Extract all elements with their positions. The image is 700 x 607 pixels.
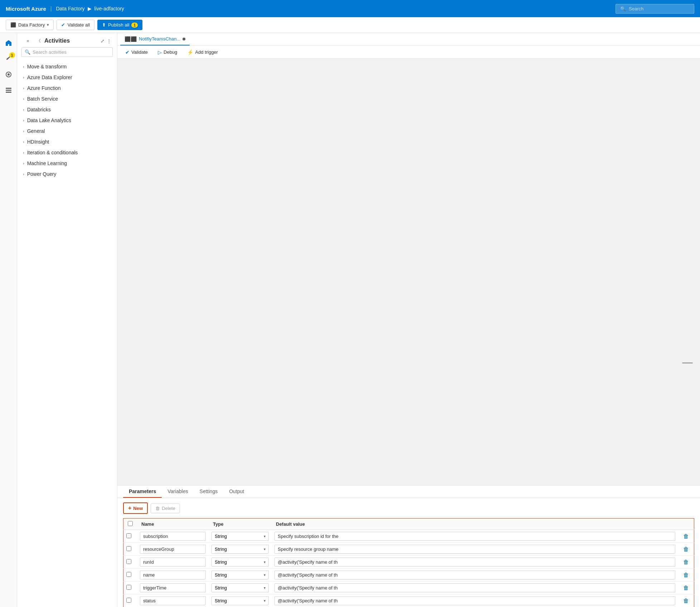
debug-button[interactable]: ▷ Debug — [156, 48, 179, 57]
param-name-input-2[interactable] — [140, 558, 206, 567]
activity-group-hdinsight[interactable]: › HDInsight — [17, 136, 117, 147]
row-default-cell — [272, 543, 678, 556]
publish-icon: ⬆ — [102, 22, 106, 28]
collapse-left-button[interactable]: « — [24, 37, 31, 44]
row-name-cell — [137, 594, 209, 607]
tab-output[interactable]: Output — [223, 486, 250, 498]
sidebar-item-home[interactable] — [1, 36, 16, 50]
delete-row-button-1[interactable]: 🗑 — [681, 545, 691, 553]
breadcrumb-data-factory[interactable]: Data Factory — [56, 6, 84, 11]
param-type-select-4[interactable]: String ▾ — [212, 583, 269, 592]
row-delete-cell: 🗑 — [678, 543, 694, 556]
activity-group-general[interactable]: › General — [17, 126, 117, 136]
validate-all-button[interactable]: ✔ Validate all — [57, 20, 94, 30]
param-type-select-2[interactable]: String ▾ — [212, 558, 269, 567]
search-box[interactable]: 🔍 — [616, 4, 694, 14]
data-factory-button[interactable]: ⬛ Data Factory ▾ — [6, 20, 54, 30]
delete-row-button-3[interactable]: 🗑 — [681, 571, 691, 579]
param-name-input-0[interactable] — [140, 532, 206, 541]
param-name-input-3[interactable] — [140, 570, 206, 579]
actions-row: + New 🗑 Delete — [123, 502, 694, 514]
param-type-select-0[interactable]: String ▾ — [212, 532, 269, 541]
delete-row-button-5[interactable]: 🗑 — [681, 597, 691, 605]
parameters-table: Name Type Default value String — [123, 518, 694, 607]
row-delete-cell: 🗑 — [678, 530, 694, 543]
param-name-input-4[interactable] — [140, 583, 206, 592]
activities-search-box[interactable]: 🔍 — [21, 47, 113, 57]
activity-group-azure-function[interactable]: › Azure Function — [17, 83, 117, 93]
activities-search-input[interactable] — [33, 49, 110, 55]
param-name-input-1[interactable] — [140, 545, 206, 554]
add-trigger-button[interactable]: ⚡ Add trigger — [185, 48, 220, 57]
table-row: String ▾ 🗑 — [123, 543, 694, 556]
pipeline-tab-notify[interactable]: ⬛⬛ NotifiyTeamsChan... — [120, 33, 190, 45]
main-layout: 1 « 《 Activities ⤢ ⋮ 🔍 › — [0, 33, 700, 607]
publish-all-button[interactable]: ⬆ Publish all 1 — [97, 20, 142, 30]
row-delete-cell: 🗑 — [678, 582, 694, 594]
row-checkbox-2[interactable] — [126, 559, 131, 564]
validate-button[interactable]: ✔ Validate — [123, 48, 150, 57]
param-type-select-1[interactable]: String ▾ — [212, 545, 269, 554]
table-header-row: Name Type Default value — [123, 519, 694, 530]
chevron-down-icon: ▾ — [264, 547, 266, 551]
row-default-cell — [272, 594, 678, 607]
header-name: Name — [137, 519, 209, 530]
select-all-checkbox[interactable] — [128, 521, 133, 526]
activity-group-data-lake-analytics[interactable]: › Data Lake Analytics — [17, 115, 117, 126]
chevron-down-icon: ▾ — [47, 23, 49, 27]
row-name-cell — [137, 582, 209, 594]
validate-icon: ✔ — [61, 22, 65, 28]
sidebar-item-author[interactable]: 1 — [1, 52, 16, 66]
row-checkbox-3[interactable] — [126, 572, 131, 577]
activity-group-databricks[interactable]: › Databricks — [17, 104, 117, 115]
chevron-right-icon: › — [23, 64, 24, 69]
param-name-input-5[interactable] — [140, 596, 206, 605]
sidebar-item-manage[interactable] — [1, 83, 16, 97]
activity-group-power-query[interactable]: › Power Query — [17, 169, 117, 179]
param-default-input-3[interactable] — [274, 570, 675, 579]
header-type: Type — [209, 519, 272, 530]
sidebar-item-monitor[interactable] — [1, 67, 16, 82]
row-default-cell — [272, 582, 678, 594]
param-default-input-5[interactable] — [274, 596, 675, 605]
breadcrumb-arrow: ▶ — [88, 6, 92, 11]
param-default-input-0[interactable] — [274, 532, 675, 541]
activity-group-batch-service[interactable]: › Batch Service — [17, 93, 117, 104]
row-type-cell: String ▾ — [209, 543, 272, 556]
param-type-select-5[interactable]: String ▾ — [212, 596, 269, 605]
activity-group-machine-learning[interactable]: › Machine Learning — [17, 158, 117, 169]
chevron-right-icon: › — [23, 118, 24, 122]
delete-parameter-button[interactable]: 🗑 Delete — [151, 504, 180, 513]
param-default-input-1[interactable] — [274, 545, 675, 554]
param-default-input-2[interactable] — [274, 558, 675, 567]
delete-row-button-0[interactable]: 🗑 — [681, 533, 691, 540]
tab-settings[interactable]: Settings — [194, 486, 224, 498]
search-input[interactable] — [629, 6, 690, 11]
search-icon: 🔍 — [620, 6, 626, 11]
row-name-cell — [137, 569, 209, 582]
trigger-icon: ⚡ — [187, 49, 193, 55]
chevron-right-icon: › — [23, 150, 24, 155]
pipeline-canvas[interactable] — [117, 59, 700, 485]
param-type-select-3[interactable]: String ▾ — [212, 570, 269, 579]
table-row: String ▾ 🗑 — [123, 556, 694, 569]
tab-variables[interactable]: Variables — [162, 486, 194, 498]
row-checkbox-4[interactable] — [126, 585, 131, 590]
new-parameter-button[interactable]: + New — [123, 502, 148, 514]
tab-parameters[interactable]: Parameters — [123, 486, 162, 498]
delete-row-button-4[interactable]: 🗑 — [681, 584, 691, 592]
activity-group-move-transform[interactable]: › Move & transform — [17, 61, 117, 72]
expand-icon[interactable]: ⤢ — [101, 38, 104, 44]
collapse-button[interactable]: 《 — [35, 37, 42, 44]
row-checkbox-1[interactable] — [126, 546, 131, 551]
activity-group-azure-data-explorer[interactable]: › Azure Data Explorer — [17, 72, 117, 83]
row-checkbox-0[interactable] — [126, 533, 131, 538]
filter-icon[interactable]: ⋮ — [107, 38, 111, 44]
row-checkbox-cell — [123, 594, 137, 607]
activity-group-iteration-conditionals[interactable]: › Iteration & conditionals — [17, 147, 117, 158]
param-default-input-4[interactable] — [274, 583, 675, 592]
row-checkbox-5[interactable] — [126, 598, 131, 603]
bottom-tabs: Parameters Variables Settings Output — [117, 486, 700, 498]
row-type-cell: String ▾ — [209, 556, 272, 569]
delete-row-button-2[interactable]: 🗑 — [681, 558, 691, 566]
